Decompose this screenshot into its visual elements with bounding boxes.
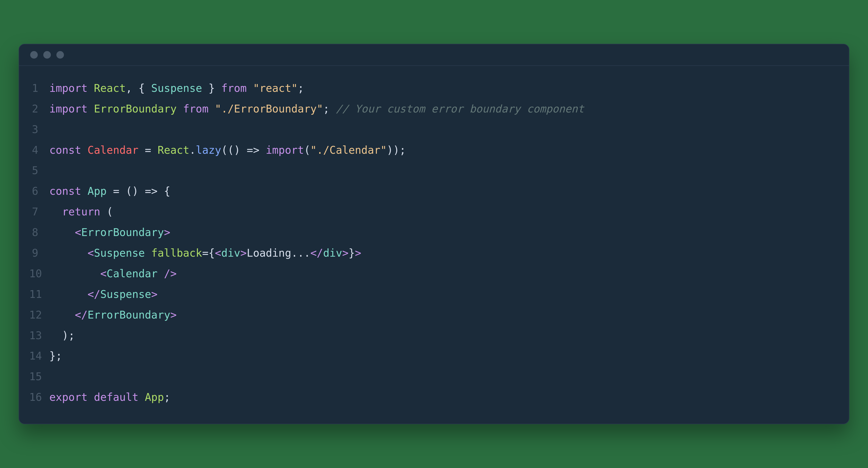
token-str: "react" [253,82,298,94]
token-punct: } [349,247,355,259]
token-kw: from [183,103,209,115]
token-comment: // Your custom error boundary component [336,103,584,115]
token-tagpunct: > [170,309,177,321]
token-tag: ErrorBoundary [88,309,170,321]
token-punct [81,185,87,197]
token-class: App [145,391,164,403]
token-tagpunct: > [151,288,158,300]
code-content: <ErrorBoundary> [49,222,170,243]
token-attr: fallback [151,247,202,259]
token-punct [145,247,151,259]
token-tagpunct: > [342,247,348,259]
line-number: 7 [29,202,49,222]
token-punct: . [189,144,195,156]
token-punct: ; [164,391,170,403]
line-number: 1 [29,78,49,99]
token-punct: ); [49,329,75,342]
token-tag: div [323,247,342,259]
token-tagpunct: /> [164,267,177,280]
line-number: 4 [29,140,49,161]
line-number: 13 [29,325,49,346]
token-punct [247,82,253,94]
token-tag: Suspense [94,247,145,259]
code-content: const App = () => { [49,181,170,202]
token-kw: import [266,144,304,156]
code-editor-window: 1import React, { Suspense } from "react"… [19,44,849,424]
code-line: 9 <Suspense fallback={<div>Loading...</d… [29,243,839,263]
window-minimize-button[interactable] [43,51,51,59]
token-tagpunct: < [75,226,81,238]
token-class: React [94,82,126,94]
window-maximize-button[interactable] [56,51,64,59]
token-punct: ; [323,103,336,115]
token-punct [177,103,183,115]
code-line: 13 ); [29,325,839,346]
token-str: "./ErrorBoundary" [215,103,323,115]
token-punct [49,309,75,321]
code-area[interactable]: 1import React, { Suspense } from "react"… [19,66,849,424]
code-content: const Calendar = React.lazy(() => import… [49,140,406,161]
code-content: import React, { Suspense } from "react"; [49,78,304,99]
token-punct: ; [298,82,304,94]
code-line: 3 [29,119,839,140]
token-kw: import [49,82,88,94]
token-str: "./Calendar" [310,144,387,156]
code-line: 6const App = () => { [29,181,839,202]
code-line: 7 return ( [29,202,839,222]
code-line: 12 </ErrorBoundary> [29,305,839,325]
code-line: 11 </Suspense> [29,284,839,305]
token-punct: = [138,144,158,156]
token-tagpunct: > [240,247,247,259]
code-line: 8 <ErrorBoundary> [29,222,839,243]
token-punct: ( [304,144,310,156]
code-line: 4const Calendar = React.lazy(() => impor… [29,140,839,161]
token-punct [88,82,94,94]
line-number: 2 [29,99,49,119]
token-class: ErrorBoundary [94,103,177,115]
token-kw: import [49,103,88,115]
token-kw: export [49,391,88,403]
token-punct [138,391,145,403]
token-punct [88,391,94,403]
code-line: 10 <Calendar /> [29,263,839,284]
token-punct [49,288,88,300]
code-line: 15 [29,366,839,387]
token-text: Loading... [247,247,310,259]
token-punct [158,267,164,280]
token-tag: Suspense [100,288,151,300]
code-content: ); [49,325,75,346]
code-line: 1import React, { Suspense } from "react"… [29,78,839,99]
token-punct [49,247,88,259]
code-content: <Suspense fallback={<div>Loading...</div… [49,243,361,263]
token-tagpunct: < [100,267,106,280]
line-number: 5 [29,160,49,181]
token-punct [88,103,94,115]
token-tagpunct: > [355,247,361,259]
window-titlebar [19,44,849,66]
token-tag: Calendar [107,267,158,280]
code-content: </ErrorBoundary> [49,305,177,325]
line-number: 3 [29,119,49,140]
line-number: 16 [29,387,49,408]
token-tag: ErrorBoundary [81,226,164,238]
code-content: }; [49,346,62,366]
code-content: export default App; [49,387,170,408]
token-tagpunct: </ [75,309,88,321]
token-const: Calendar [88,144,138,156]
code-line: 14}; [29,346,839,366]
token-punct: , { [126,82,151,94]
token-type: App [88,185,107,197]
line-number: 14 [29,346,49,366]
token-kw: return [62,206,100,218]
token-tagpunct: > [164,226,170,238]
token-class: React [158,144,189,156]
code-line: 5 [29,160,839,181]
line-number: 9 [29,243,49,263]
window-close-button[interactable] [30,51,38,59]
line-number: 15 [29,366,49,387]
token-kw: default [94,391,138,403]
code-content: </Suspense> [49,284,158,305]
token-punct: }; [49,350,62,362]
token-punct: = () => { [107,185,170,197]
token-punct: } [202,82,221,94]
